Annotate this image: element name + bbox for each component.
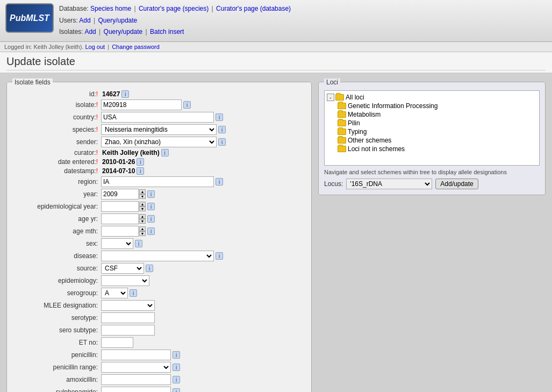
info-btn-sender[interactable]: i: [218, 138, 226, 146]
field-date-entered: date entered: 2010-01-26 i: [12, 158, 306, 166]
spin-btns-year: ▲ ▼: [139, 189, 146, 199]
loci-select-label: Locus:: [324, 180, 343, 188]
spin-up-year[interactable]: ▲: [139, 189, 146, 194]
info-btn-curator[interactable]: i: [161, 149, 169, 156]
tree-item-loci-not-in-schemes[interactable]: Loci not in schemes: [327, 145, 537, 153]
input-age-yr[interactable]: [101, 213, 139, 224]
spin-down-year[interactable]: ▼: [139, 194, 146, 199]
input-age-mth[interactable]: [101, 226, 139, 237]
field-sero-subtype: sero subtype:: [12, 325, 306, 336]
input-country[interactable]: [101, 112, 214, 123]
tree-item-pilin[interactable]: Pilin: [327, 119, 537, 127]
select-sex[interactable]: [101, 238, 133, 249]
label-epi-year: epidemiological year:: [12, 203, 101, 210]
users-query-update-link[interactable]: Query/update: [98, 17, 138, 24]
select-mlee[interactable]: [101, 300, 155, 311]
info-btn-date-entered[interactable]: i: [137, 158, 144, 166]
select-sender[interactable]: Zhao, Xin (xinzhao): [101, 137, 217, 147]
input-sulphonamide[interactable]: [101, 387, 171, 392]
loci-select-row: Locus: '16S_rDNA Add/update: [324, 179, 540, 189]
info-btn-sulphonamide[interactable]: i: [173, 388, 180, 392]
spin-btns-epi-year: ▲ ▼: [139, 202, 146, 211]
select-species[interactable]: Neisseria meningitidis: [101, 124, 217, 135]
label-country: country:: [12, 113, 101, 121]
users-add-link[interactable]: Add: [79, 17, 90, 24]
input-et-no[interactable]: [101, 337, 133, 348]
species-home-link[interactable]: Species home: [90, 5, 131, 12]
curators-page-species-link[interactable]: Curator's page (species): [139, 5, 209, 12]
field-disease: disease: i: [12, 251, 306, 261]
info-btn-isolate[interactable]: i: [183, 101, 191, 109]
input-serotype[interactable]: [101, 312, 155, 323]
isolates-query-update-link[interactable]: Query/update: [104, 28, 143, 35]
logo: PubMLST: [5, 3, 54, 33]
input-epi-year[interactable]: [101, 201, 139, 212]
tree-item-typing[interactable]: Typing: [327, 127, 537, 136]
info-btn-penicillin-range[interactable]: i: [173, 364, 180, 371]
folder-icon-typing: [338, 129, 346, 135]
input-isolate[interactable]: [101, 99, 182, 110]
tree-toggle-all-loci[interactable]: -: [327, 94, 334, 101]
info-btn-year[interactable]: i: [147, 190, 155, 198]
spin-down-epi-year[interactable]: ▼: [139, 206, 146, 211]
select-penicillin-range[interactable]: [101, 362, 171, 373]
isolate-fields-panel: Isolate fields id: 14627 i isolate: i co…: [6, 79, 312, 392]
info-btn-source[interactable]: i: [146, 265, 153, 272]
select-source[interactable]: CSF: [101, 263, 144, 274]
spin-down-age-yr[interactable]: ▼: [139, 219, 146, 224]
info-btn-serogroup[interactable]: i: [130, 289, 137, 297]
field-sender: sender: Zhao, Xin (xinzhao) i: [12, 137, 306, 147]
spin-up-age-mth[interactable]: ▲: [139, 226, 146, 231]
field-serogroup: serogroup: A i: [12, 288, 306, 298]
tree-item-other-schemes[interactable]: Other schemes: [327, 136, 537, 145]
select-disease[interactable]: [101, 251, 214, 261]
info-btn-region[interactable]: i: [216, 178, 223, 186]
info-btn-amoxicillin[interactable]: i: [173, 376, 180, 383]
label-curator: curator:: [12, 149, 101, 156]
folder-icon-loci-not-in-schemes: [338, 146, 346, 152]
info-btn-species[interactable]: i: [218, 126, 226, 133]
input-year[interactable]: [101, 189, 139, 199]
input-amoxicillin[interactable]: [101, 374, 171, 385]
field-serotype: serotype:: [12, 312, 306, 323]
spin-btns-age-mth: ▲ ▼: [139, 226, 146, 236]
tree-item-metabolism[interactable]: Metabolism: [327, 110, 537, 119]
add-update-button[interactable]: Add/update: [435, 179, 478, 189]
field-isolate: isolate: i: [12, 99, 306, 110]
loci-select[interactable]: '16S_rDNA: [346, 179, 432, 189]
input-region[interactable]: [101, 176, 214, 187]
spin-down-age-mth[interactable]: ▼: [139, 231, 146, 236]
select-serogroup[interactable]: A: [101, 288, 128, 298]
spin-up-epi-year[interactable]: ▲: [139, 202, 146, 206]
spin-age-yr: ▲ ▼: [101, 213, 146, 224]
info-btn-id[interactable]: i: [121, 90, 129, 98]
change-password-link[interactable]: Change password: [112, 44, 160, 50]
input-penicillin[interactable]: [101, 350, 171, 360]
spin-up-age-yr[interactable]: ▲: [139, 214, 146, 219]
info-btn-country[interactable]: i: [216, 113, 223, 121]
curators-page-database-link[interactable]: Curator's page (database): [216, 5, 291, 12]
select-epidemiology[interactable]: [101, 275, 149, 286]
field-penicillin-range: penicillin range: i: [12, 362, 306, 373]
isolates-batch-insert-link[interactable]: Batch insert: [150, 28, 184, 35]
folder-icon-all-loci: [335, 94, 344, 101]
tree-item-all-loci[interactable]: - All loci: [327, 93, 537, 102]
info-btn-age-yr[interactable]: i: [147, 215, 155, 223]
label-date-entered: date entered:: [12, 158, 101, 166]
field-epidemiology: epidemiology:: [12, 275, 306, 286]
info-btn-penicillin[interactable]: i: [173, 351, 180, 359]
tree-item-genetic[interactable]: Genetic Information Processing: [327, 102, 537, 110]
label-penicillin: penicillin:: [12, 351, 101, 359]
input-sero-subtype[interactable]: [101, 325, 155, 336]
info-btn-sex[interactable]: i: [135, 240, 142, 247]
label-penicillin-range: penicillin range:: [12, 364, 101, 371]
info-btn-age-mth[interactable]: i: [147, 227, 155, 235]
info-btn-disease[interactable]: i: [216, 252, 223, 260]
login-bar: Logged in: Keith Jolley (keith). Log out…: [0, 42, 552, 52]
info-btn-datestamp[interactable]: i: [137, 167, 144, 175]
label-isolate: isolate:: [12, 101, 101, 109]
info-btn-epi-year[interactable]: i: [147, 203, 155, 210]
log-out-link[interactable]: Log out: [85, 44, 105, 50]
isolates-add-link[interactable]: Add: [84, 28, 96, 35]
field-region: region: i: [12, 176, 306, 187]
